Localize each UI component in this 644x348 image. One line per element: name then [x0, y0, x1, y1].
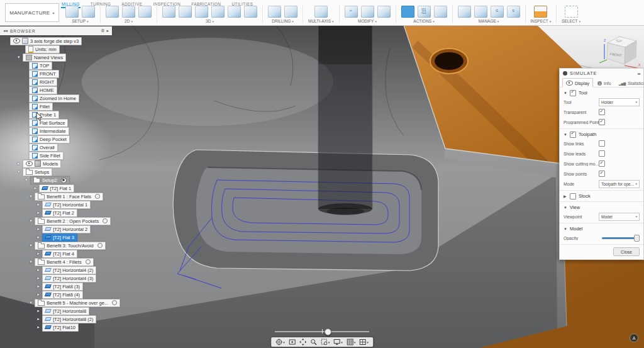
toolbar-icon[interactable] [377, 6, 391, 18]
gear-icon[interactable]: ⚙ [101, 28, 104, 33]
simulate-tab[interactable]: i Info [594, 79, 614, 87]
tree-row[interactable]: Side Fillet [0, 152, 120, 159]
tree-row-box[interactable]: Benefit 5 - Machine over ge... [35, 299, 120, 307]
toolbar-group-label[interactable]: DRILLING▾ [272, 19, 294, 23]
collapse-arrow-icon[interactable]: ▸ [37, 251, 42, 256]
tree-row-box[interactable]: Probe 1 [29, 111, 59, 119]
tree-row[interactable]: ▸ [T2] Flat 4 [0, 250, 120, 257]
tree-row[interactable]: ▸ [T2] Horizontal8 [0, 308, 120, 315]
nav-tool[interactable]: ▾ [333, 339, 343, 345]
toolbar-icon[interactable] [284, 6, 297, 18]
toolbar-icon[interactable] [565, 6, 578, 18]
toolbar-icon[interactable]: G [491, 6, 504, 18]
collapse-arrow-icon[interactable]: ▸ [37, 267, 42, 272]
workspace-switcher[interactable]: MANUFACTURE ▾ [5, 3, 59, 22]
toolbar-icon[interactable] [162, 6, 175, 18]
tree-row-box[interactable]: Overall [29, 143, 58, 152]
expand-arrow-icon[interactable]: ▾ [30, 194, 35, 199]
toolbar-icon[interactable] [244, 6, 257, 18]
tree-row-box[interactable]: RIGHT [29, 78, 57, 86]
section-checkbox[interactable] [570, 132, 576, 138]
tree-row[interactable]: ▸ [T2] Horizontal 1 [0, 201, 120, 208]
expand-arrow-icon[interactable]: ▾ [30, 243, 35, 248]
section-header[interactable]: ▶ Stock [564, 192, 640, 200]
toolbar-icon[interactable]: G1 G2 [418, 6, 431, 18]
tree-row-box[interactable]: FRONT [29, 70, 59, 78]
toolbar-group-label[interactable]: 2D▾ [125, 19, 133, 23]
tree-row[interactable]: FRONT [0, 70, 120, 77]
toolbar-group-label[interactable]: SETUP▾ [72, 19, 88, 23]
toolbar-group-label[interactable]: MODIFY▾ [358, 19, 377, 23]
browser-header[interactable]: ◂◂ BROWSER ⚙▸ [0, 26, 112, 35]
setting-checkbox[interactable] [599, 171, 605, 177]
tree-row[interactable]: RIGHT [0, 79, 120, 86]
section-header[interactable]: ▼ Toolpath [564, 130, 640, 138]
setting-dropdown[interactable]: Model▾ [599, 213, 640, 221]
collapse-arrow-icon[interactable]: ▸ [37, 202, 42, 207]
chevron-down-icon[interactable]: ▾ [354, 340, 356, 344]
tree-row[interactable]: ▾ Benefit 5 - Machine o [0, 300, 120, 306]
tree-row[interactable]: 3 axis forge die step v3 [0, 38, 120, 45]
tree-row-box[interactable]: Fillet [29, 103, 53, 111]
tree-row-box[interactable]: [T2] Flat 3 [42, 233, 77, 242]
tree-row-box[interactable]: Benefit 3: Touch/Avoid [35, 242, 105, 250]
tree-row[interactable]: ▾ Setups [0, 169, 120, 176]
collapse-arrow-icon[interactable]: ▸ [37, 317, 42, 322]
tree-row[interactable]: ▸ [T2] Flat 3 [0, 234, 120, 241]
tree-row[interactable]: ▸ [T2] Horizontal4 (3) [0, 275, 120, 282]
collapse-arrow-icon[interactable]: ▸ [37, 210, 42, 215]
expand-arrow-icon[interactable]: ▼ [564, 91, 567, 95]
tree-row[interactable]: ▾ Benefit 3: Touch/Avoi [0, 242, 120, 249]
tree-row-box[interactable]: Deep Pocket [29, 135, 70, 143]
expand-arrow-icon[interactable]: ▾ [18, 55, 23, 60]
playback-timeline[interactable] [275, 328, 369, 334]
nav-tool[interactable] [310, 339, 317, 345]
simulate-tab[interactable]: ▂▅▇ Statistics [616, 79, 644, 87]
chevron-right-icon[interactable]: ▸ [106, 28, 109, 33]
toolbar-icon[interactable] [434, 6, 447, 18]
toolbar-group-label[interactable]: 3D▾ [206, 19, 214, 23]
tree-row-box[interactable]: Benefit 4 : Fillets [35, 258, 93, 266]
playback-slider-thumb[interactable] [325, 328, 331, 335]
viewcube-top-face[interactable]: TOP [616, 39, 623, 43]
expand-arrow-icon[interactable]: ▾ [30, 300, 35, 305]
toolbar-icon[interactable] [534, 6, 547, 18]
collapse-arrow-icon[interactable]: ▸ [37, 235, 42, 240]
tree-row-box[interactable]: [T2] Horizontal8 (2) [42, 315, 96, 323]
dialog-collapse-icon[interactable]: ▸▸ [638, 71, 640, 76]
tree-row[interactable]: Units: mm [0, 46, 120, 53]
tree-row[interactable]: ▸ [T2] Flat8 (4) [0, 291, 120, 298]
tree-row-box[interactable]: Models [23, 160, 61, 168]
tree-row-box[interactable]: Setup2 [30, 176, 70, 184]
collapse-arrow-icon[interactable]: ▸ [37, 292, 42, 297]
tree-row-box[interactable]: [T2] Flat 2 [42, 209, 77, 217]
tree-row-box[interactable]: Flat Surface [29, 119, 68, 127]
tree-row[interactable]: HOME [0, 87, 120, 94]
tree-row[interactable]: Overall [0, 144, 120, 151]
tree-row[interactable]: Zoomed In Home [0, 95, 120, 102]
section-header[interactable]: ▼ Tool [564, 89, 640, 97]
tree-row[interactable]: ▾ Setup2 [0, 177, 120, 184]
tree-row-box[interactable]: [T2] Flat 4 [42, 250, 77, 258]
tree-row[interactable]: ▸ Models [0, 160, 120, 167]
toolbar-icon[interactable] [82, 6, 95, 18]
tree-row[interactable]: ▸ [T2] Horizontal 2 [0, 226, 120, 233]
toolbar-icon[interactable]: S [507, 6, 520, 18]
collapse-browser-icon[interactable]: ◂◂ [3, 28, 8, 33]
chevron-down-icon[interactable]: ▾ [328, 340, 330, 344]
toolbar-icon[interactable] [106, 6, 119, 18]
tree-row-box[interactable]: [T2] Flat10 [42, 323, 79, 332]
toolbar-icon[interactable] [474, 6, 487, 18]
setting-checkbox[interactable] [599, 119, 605, 125]
setting-dropdown[interactable]: Holder▾ [599, 98, 640, 106]
toolbar-icon[interactable] [122, 6, 135, 18]
nav-tool[interactable]: ▾ [359, 339, 369, 345]
toolbar-icon[interactable] [211, 6, 225, 18]
tree-row[interactable]: ▾ Benefit 4 : Fillets [0, 259, 120, 266]
tree-row[interactable]: Probe 1 [0, 111, 120, 118]
tree-row-box[interactable]: Units: mm [25, 45, 60, 53]
collapse-arrow-icon[interactable]: ▸ [37, 227, 42, 232]
toolbar-group-label[interactable]: MULTI-AXIS▾ [308, 19, 334, 23]
tree-row-box[interactable]: [T2] Horizontal 2 [42, 225, 91, 233]
toolbar-icon[interactable] [314, 6, 328, 18]
